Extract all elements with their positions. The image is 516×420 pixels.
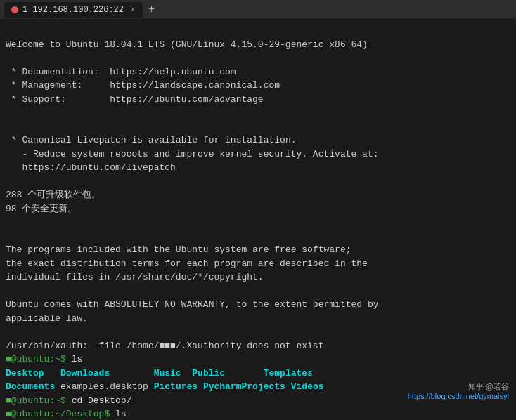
terminal-line: Welcome to Ubuntu 18.04.1 LTS (GNU/Linux… — [6, 38, 510, 52]
terminal-line: Documents examples.desktop Pictures Pych… — [6, 380, 510, 394]
terminal-line — [6, 284, 510, 298]
terminal-line — [6, 51, 510, 65]
terminal-line: ■@ubuntu:~$ ls — [6, 353, 510, 367]
terminal-line: applicable law. — [6, 312, 510, 326]
terminal-line: 98 个安全更新。 — [6, 202, 510, 216]
terminal-line — [6, 216, 510, 230]
terminal-line: * Support: https://ubuntu.com/advantage — [6, 93, 510, 107]
terminal-line: ■@ubuntu:~/Desktop$ ls — [6, 407, 510, 420]
terminal-line — [6, 120, 510, 134]
new-tab-button[interactable]: + — [148, 4, 155, 16]
terminal-output[interactable]: Welcome to Ubuntu 18.04.1 LTS (GNU/Linux… — [0, 20, 516, 420]
terminal-line: * Documentation: https://help.ubuntu.com — [6, 65, 510, 79]
terminal-line: Ubuntu comes with ABSOLUTELY NO WARRANTY… — [6, 298, 510, 312]
terminal-line: ■@ubuntu:~$ cd Desktop/ — [6, 394, 510, 408]
terminal-line — [6, 230, 510, 244]
terminal-line: - Reduce system reboots and improve kern… — [6, 147, 510, 162]
terminal-line — [6, 106, 510, 120]
terminal-line: 288 个可升级软件包。 — [6, 188, 510, 202]
titlebar: 1 192.168.100.226:22 × + — [0, 0, 516, 20]
terminal-line: * Canonical Livepatch is available for i… — [6, 133, 510, 147]
terminal-line: * Management: https://landscape.canonica… — [6, 79, 510, 93]
terminal-line — [6, 325, 510, 339]
tab-close-button[interactable]: × — [131, 6, 136, 14]
tab-label: 1 192.168.100.226:22 — [22, 5, 124, 15]
terminal-line: The programs included with the Ubuntu sy… — [6, 243, 510, 257]
terminal-line: /usr/bin/xauth: file /home/■■■/.Xauthori… — [6, 339, 510, 353]
active-tab[interactable]: 1 192.168.100.226:22 × — [4, 2, 143, 18]
terminal-line: individual files in /usr/share/doc/*/cop… — [6, 270, 510, 284]
terminal-line: Desktop Downloads Music Public Templates — [6, 367, 510, 381]
tab-status-dot — [11, 6, 18, 13]
terminal-line: https://ubuntu.com/livepatch — [6, 161, 510, 175]
terminal-line: the exact distribution terms for each pr… — [6, 257, 510, 271]
terminal-line — [6, 175, 510, 189]
